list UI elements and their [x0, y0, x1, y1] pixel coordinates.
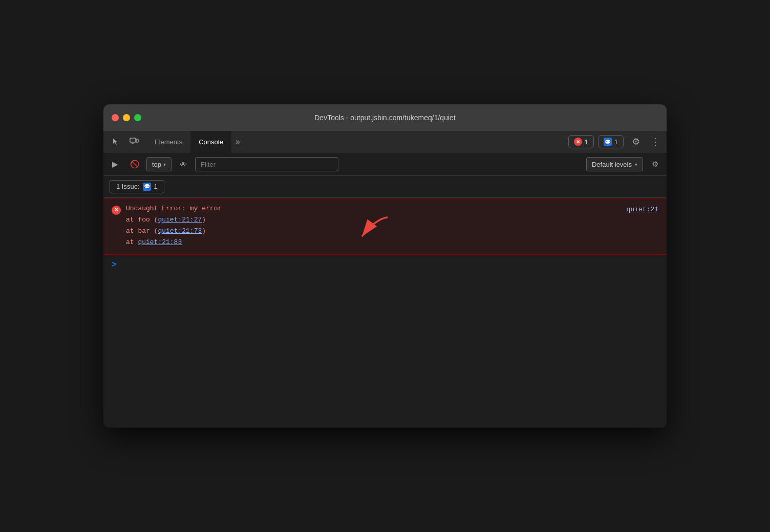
chevron-down-icon: ▾: [163, 162, 166, 167]
log-levels-button[interactable]: Default levels ▾: [586, 157, 643, 171]
run-script-button[interactable]: ▶: [108, 157, 123, 172]
error-stack: at foo (quiet:21:27) at bar (quiet:21:73…: [126, 214, 658, 248]
devtools-tab-bar: Elements Console » ✕ 1 💬 1 ⚙ ⋮: [103, 131, 667, 153]
prompt-chevron-icon: >: [112, 260, 116, 269]
error-location-link[interactable]: quiet:21: [627, 206, 658, 213]
more-tabs-button[interactable]: »: [231, 130, 244, 153]
stack-link-bar[interactable]: quiet:21:73: [158, 227, 202, 235]
gear-icon: ⚙: [652, 160, 658, 169]
issues-badge-button[interactable]: 1 Issue: 💬 1: [110, 180, 164, 193]
issues-bar: 1 Issue: 💬 1: [103, 176, 667, 198]
window-title: DevTools - output.jsbin.com/tukemeq/1/qu…: [314, 114, 455, 122]
clear-button[interactable]: 🚫: [127, 157, 142, 172]
console-prompt-row[interactable]: >: [103, 255, 667, 274]
console-output: ✕ Uncaught Error: my error at foo (quiet…: [103, 198, 667, 428]
title-bar: DevTools - output.jsbin.com/tukemeq/1/qu…: [103, 104, 667, 131]
devtools-window: DevTools - output.jsbin.com/tukemeq/1/qu…: [103, 104, 667, 428]
traffic-lights: [112, 114, 141, 121]
error-main-text: Uncaught Error: my error: [126, 205, 658, 212]
error-entry: ✕ Uncaught Error: my error at foo (quiet…: [103, 198, 667, 255]
error-content: Uncaught Error: my error at foo (quiet:2…: [126, 205, 658, 248]
stack-line-3-prefix: at quiet:21:83: [126, 238, 182, 246]
tab-console[interactable]: Console: [190, 130, 231, 153]
run-icon: ▶: [112, 160, 118, 169]
svg-rect-1: [136, 139, 138, 142]
error-badge-button[interactable]: ✕ 1: [568, 135, 594, 148]
error-icon: ✕: [112, 206, 121, 215]
maximize-button[interactable]: [134, 114, 141, 121]
stack-line-3: at quiet:21:83: [126, 237, 658, 248]
message-badge-button[interactable]: 💬 1: [598, 135, 624, 148]
close-button[interactable]: [112, 114, 119, 121]
tab-icon-group: [108, 134, 142, 150]
tab-elements[interactable]: Elements: [146, 130, 190, 153]
device-mode-button[interactable]: [126, 134, 142, 150]
svg-rect-0: [130, 138, 136, 142]
device-icon: [130, 138, 139, 146]
cursor-icon: [112, 138, 120, 146]
stack-line-1-prefix: at foo (quiet:21:27): [126, 216, 206, 224]
chevron-down-icon: ▾: [635, 162, 637, 167]
stack-link-anon[interactable]: quiet:21:83: [138, 238, 182, 246]
console-toolbar: ▶ 🚫 top ▾ 👁 Default levels ▾ ⚙: [103, 153, 667, 176]
message-badge-icon: 💬: [604, 138, 612, 146]
console-empty-space: [103, 274, 667, 428]
error-badge-icon: ✕: [574, 138, 582, 146]
filter-input[interactable]: [195, 157, 338, 171]
inspect-icon-button[interactable]: [108, 134, 124, 150]
eye-button[interactable]: 👁: [176, 157, 191, 172]
more-options-button[interactable]: ⋮: [648, 134, 662, 150]
stack-line-2: at bar (quiet:21:73): [126, 226, 658, 237]
eye-icon: 👁: [180, 160, 187, 169]
settings-button[interactable]: ⚙: [628, 134, 644, 150]
issues-message-icon: 💬: [143, 183, 151, 191]
main-tabs: Elements Console »: [146, 130, 357, 153]
minimize-button[interactable]: [123, 114, 130, 121]
stack-line-2-prefix: at bar (quiet:21:73): [126, 227, 206, 235]
stack-link-foo[interactable]: quiet:21:27: [158, 216, 202, 224]
context-selector[interactable]: top ▾: [146, 157, 172, 171]
tab-badges: ✕ 1 💬 1 ⚙ ⋮: [568, 134, 662, 150]
stack-line-1: at foo (quiet:21:27): [126, 214, 658, 226]
console-settings-button[interactable]: ⚙: [647, 157, 662, 172]
block-icon: 🚫: [130, 160, 140, 169]
